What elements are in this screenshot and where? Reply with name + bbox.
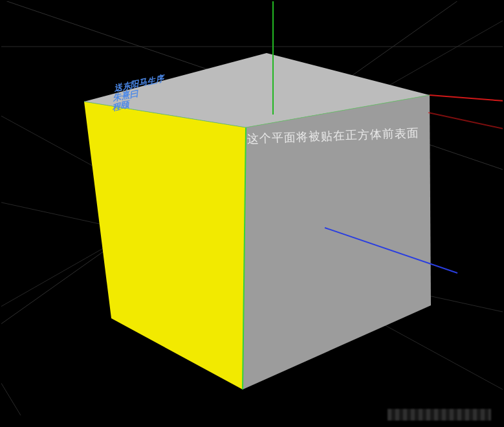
x-axis [430, 95, 503, 102]
cube-front-face [243, 95, 431, 389]
cube [84, 53, 431, 389]
watermark [388, 409, 491, 421]
svg-line-1 [1, 170, 21, 415]
svg-line-9 [428, 113, 503, 131]
3d-viewport[interactable]: 这个平面将被贴在正方体前表面 送东阳马生序 朱熹曰 程颐 [1, 1, 503, 426]
scene-render [1, 1, 503, 426]
cube-left-face [84, 102, 246, 389]
